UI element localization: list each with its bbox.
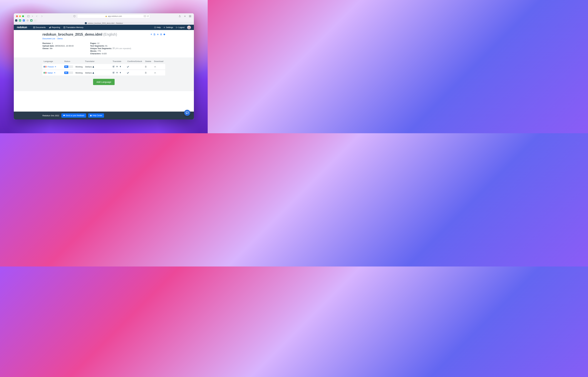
svg-rect-14	[50, 27, 50, 28]
flag-icon	[44, 66, 46, 68]
svg-rect-7	[190, 16, 191, 17]
window-minimize-button[interactable]	[19, 15, 21, 17]
delete-icon[interactable]	[145, 66, 152, 68]
open-editor-icon[interactable]	[113, 72, 115, 73]
brand-logo[interactable]: redokun	[17, 26, 27, 29]
favorite-1[interactable]: r	[14, 19, 18, 22]
page-title: redokun_brochure_2015_demo.idml (English…	[42, 33, 117, 36]
nav-settings[interactable]: Settings	[164, 26, 173, 28]
svg-rect-5	[190, 15, 191, 16]
app-content: redokun Documents Reporting Translation …	[14, 25, 194, 119]
reload-icon[interactable]	[147, 15, 149, 17]
favorite-6[interactable]: ⫶⫶	[33, 19, 37, 22]
status-text: Working	[74, 70, 84, 76]
favorite-5[interactable]: ▦	[30, 19, 33, 22]
download-icon[interactable]	[154, 66, 164, 68]
svg-point-26	[93, 66, 94, 67]
upload-revision-icon[interactable]	[153, 34, 155, 36]
svg-rect-16	[64, 27, 65, 28]
svg-point-23	[157, 34, 158, 35]
nav-translation-memory[interactable]: Translation Memory	[63, 26, 83, 28]
user-icon	[93, 66, 94, 68]
app-navbar: redokun Documents Reporting Translation …	[14, 25, 194, 30]
doc-settings-icon[interactable]	[157, 34, 159, 36]
chevron-down-icon[interactable]	[31, 15, 34, 18]
chat-widget-button[interactable]	[184, 110, 190, 116]
col-confirm: Confirm/Unlock	[126, 60, 144, 64]
breadcrumb-root[interactable]: Document List	[42, 37, 55, 40]
feedback-button[interactable]: Send us your feedback	[61, 113, 86, 118]
sidebar-toggle[interactable]	[27, 15, 34, 18]
language-link[interactable]: French⧉	[44, 66, 62, 68]
meta-left: Revision: 1 Upload date: 29/04/2022, 10:…	[42, 42, 84, 55]
download-arrow-icon[interactable]	[116, 72, 118, 73]
app-footer: Redokun Srls 2022 Send us your feedback …	[14, 112, 194, 119]
flag-icon	[44, 72, 46, 74]
nav-forward-button[interactable]	[40, 15, 43, 18]
share-icon[interactable]	[178, 15, 181, 18]
documents-icon	[33, 26, 35, 28]
browser-tab[interactable]: r redokun_brochure_2015_demo.idml – Redo…	[14, 22, 194, 24]
svg-rect-13	[49, 27, 49, 28]
traffic-lights	[16, 15, 24, 17]
svg-point-22	[188, 26, 189, 27]
pretranslate-icon[interactable]	[151, 34, 152, 36]
memory-icon	[63, 26, 65, 28]
url-bar[interactable]: 🔒 app.redokun.com	[77, 14, 150, 18]
breadcrumb: Document List › Demo	[42, 37, 165, 40]
svg-rect-3	[145, 15, 146, 17]
upload-arrow-icon[interactable]	[120, 72, 121, 73]
tab-title: redokun_brochure_2015_demo.idml – Redoku…	[88, 22, 123, 24]
table-row: Italian⧉0%WorkingStefano	[42, 70, 165, 76]
browser-chrome: 🔒 app.redokun.com r ◉ ▸ ▦ ⫶⫶ r	[14, 13, 194, 25]
progress-badge: 0%	[64, 66, 73, 68]
favorite-3[interactable]: ▸	[22, 19, 26, 22]
nav-documents[interactable]: Documents	[33, 26, 46, 28]
user-avatar[interactable]	[187, 26, 191, 29]
download-arrow-icon[interactable]	[116, 66, 118, 68]
window-close-button[interactable]	[16, 15, 18, 17]
comment-icon	[63, 115, 65, 117]
shield-icon[interactable]	[73, 15, 76, 18]
delete-icon[interactable]	[145, 72, 152, 74]
help-icon: ?	[90, 115, 92, 117]
nav-help[interactable]: ? Help	[154, 26, 161, 28]
nav-back-button[interactable]	[35, 15, 38, 18]
translator-cell: Stefano	[85, 72, 107, 74]
languages-section: Language Status Translator Translate Con…	[14, 58, 194, 91]
nav-reporting[interactable]: Reporting	[49, 26, 60, 28]
doc-delete-icon[interactable]	[160, 34, 162, 36]
svg-point-27	[93, 72, 94, 73]
helpcenter-button[interactable]: ? Help Center	[88, 113, 104, 118]
svg-rect-2	[144, 15, 145, 17]
favorite-2[interactable]: ◉	[18, 19, 22, 22]
confirm-icon[interactable]	[127, 66, 142, 68]
tab-favicon: r	[85, 22, 87, 24]
open-editor-icon[interactable]	[113, 66, 115, 68]
language-link[interactable]: Italian⧉	[44, 72, 62, 74]
col-translator: Translator	[84, 60, 108, 64]
status-text: Working	[74, 64, 84, 70]
translator-cell: Stefano	[85, 66, 107, 68]
doc-help-icon[interactable]: ?	[164, 34, 165, 36]
nav-logout[interactable]: Logout	[176, 26, 185, 28]
svg-text:?: ?	[155, 27, 155, 28]
progress-badge: 0%	[64, 71, 73, 74]
new-tab-icon[interactable]	[183, 15, 187, 18]
col-translate: Translate	[108, 60, 126, 64]
breadcrumb-leaf[interactable]: Demo	[58, 37, 63, 40]
upload-arrow-icon[interactable]	[120, 66, 121, 68]
help-icon: ?	[154, 26, 156, 28]
add-language-button[interactable]: Add Language	[93, 79, 115, 85]
window-zoom-button[interactable]	[22, 15, 24, 17]
download-icon[interactable]	[154, 72, 164, 74]
tab-overview-icon[interactable]	[188, 15, 192, 18]
browser-toolbar: 🔒 app.redokun.com	[14, 13, 194, 19]
confirm-icon[interactable]	[127, 72, 142, 74]
svg-text:?: ?	[91, 115, 91, 116]
svg-rect-15	[50, 27, 51, 28]
favorite-4[interactable]	[26, 19, 30, 22]
reader-icon[interactable]	[144, 15, 146, 17]
svg-point-8	[27, 20, 28, 21]
favorites-bar: r ◉ ▸ ▦ ⫶⫶	[14, 19, 194, 22]
